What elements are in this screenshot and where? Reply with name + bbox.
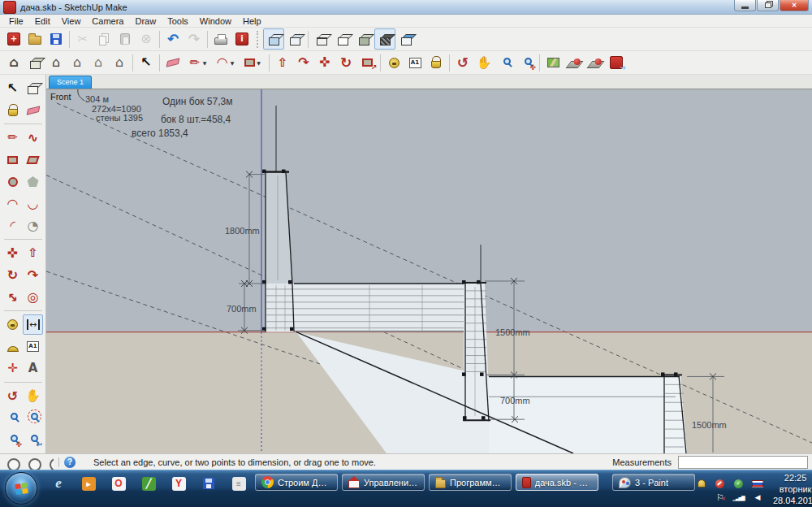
internet-explorer-icon[interactable]: e: [50, 475, 67, 492]
right-view-button[interactable]: ⌂: [67, 52, 88, 73]
dropdown-arrow-icon[interactable]: ▼: [257, 60, 261, 66]
model-info-button[interactable]: i: [231, 28, 253, 50]
green-app-icon[interactable]: ╱: [140, 475, 157, 492]
back-view-button[interactable]: ⌂: [88, 52, 109, 73]
arc-tool[interactable]: ◠: [2, 193, 23, 214]
scale-button[interactable]: ↗: [356, 52, 378, 73]
drawing-canvas[interactable]: Front 304 м272х4=1090стены 1395Один бок …: [46, 89, 812, 453]
front-view-button[interactable]: ⌂: [45, 52, 67, 73]
rectangle-button[interactable]: ▼: [239, 52, 266, 73]
photo-textures-button[interactable]: [585, 52, 606, 73]
follow-me-tool[interactable]: ↷: [23, 265, 43, 285]
print-button[interactable]: [210, 28, 231, 50]
offset-tool[interactable]: ◎: [23, 287, 43, 307]
pan-button[interactable]: ✋: [473, 52, 495, 73]
hidden-line-button[interactable]: [332, 28, 353, 50]
tape-measure-button[interactable]: [383, 52, 404, 73]
menu-file[interactable]: File: [3, 15, 29, 27]
rotate-button[interactable]: ↻: [335, 52, 356, 73]
zoom-tool[interactable]: [2, 408, 23, 428]
measurements-input[interactable]: [678, 456, 808, 469]
undo-button[interactable]: ↶: [162, 28, 184, 50]
rectangle-tool[interactable]: [2, 150, 23, 170]
opera-icon[interactable]: O: [110, 475, 127, 492]
axes-tool[interactable]: ✛: [2, 358, 23, 379]
circle-tool[interactable]: [2, 171, 23, 192]
dimension-tool[interactable]: ↔: [23, 314, 43, 335]
shaded-button[interactable]: [353, 28, 374, 50]
copy-button[interactable]: [93, 28, 114, 50]
taskbar-button-programs[interactable]: Программы и к...: [429, 474, 512, 491]
iso-view-button[interactable]: ⌂: [3, 52, 24, 73]
menu-camera[interactable]: Camera: [86, 15, 129, 27]
rotate-tool[interactable]: ↻: [2, 265, 23, 285]
move-tool[interactable]: ✜: [2, 243, 23, 263]
cut-button[interactable]: ✂: [72, 28, 93, 50]
action-center-flag-icon[interactable]: ⚐✕: [714, 492, 726, 503]
menu-edit[interactable]: Edit: [29, 15, 56, 27]
push-pull-tool[interactable]: ⇧: [23, 243, 43, 263]
polygon-tool[interactable]: [23, 171, 43, 192]
zoom-button[interactable]: [495, 52, 516, 73]
orbit-button[interactable]: ↺: [452, 52, 473, 73]
paint-bucket-button[interactable]: [425, 52, 447, 73]
shaded-textures-button[interactable]: [374, 28, 395, 50]
zoom-extents-button[interactable]: ✜: [516, 52, 537, 73]
line-button[interactable]: ✏▼: [184, 52, 211, 73]
two-point-arc-tool[interactable]: ◡: [23, 193, 43, 214]
menu-view[interactable]: View: [56, 15, 87, 27]
taskbar-clock[interactable]: 22:25 вторник 28.04.2015: [773, 473, 812, 506]
scene-tab[interactable]: Scene 1: [49, 76, 92, 89]
media-player-icon[interactable]: ▸: [80, 475, 97, 492]
scale-tool[interactable]: ↔: [2, 287, 23, 307]
volume-icon[interactable]: ◀: [751, 492, 763, 503]
pie-tool[interactable]: ◔: [23, 215, 43, 236]
open-button[interactable]: [24, 28, 45, 50]
new-button[interactable]: +: [3, 28, 24, 50]
arc-button[interactable]: ◠▼: [211, 52, 239, 73]
help-icon[interactable]: ?: [64, 457, 76, 468]
zoom-extents-tool[interactable]: ✜: [2, 430, 23, 450]
select-tool[interactable]: ↖: [2, 78, 23, 98]
toggle-terrain-button[interactable]: [564, 52, 585, 73]
menu-draw[interactable]: Draw: [129, 15, 162, 27]
taskbar-button-sketchup[interactable]: дача.skb - Sketc...: [516, 474, 598, 491]
dropdown-arrow-icon[interactable]: ▼: [203, 60, 207, 66]
top-view-button[interactable]: [24, 52, 45, 73]
floppy-app-icon[interactable]: [201, 475, 217, 492]
move-button[interactable]: ✜: [314, 52, 335, 73]
eraser-button[interactable]: [162, 52, 184, 73]
three-point-arc-tool[interactable]: ◜: [2, 215, 23, 236]
taskbar-button-paint[interactable]: 3 - Paint: [612, 474, 695, 491]
restore-button[interactable]: [757, 0, 779, 11]
zoom-previous-tool[interactable]: ↩: [23, 430, 43, 450]
freehand-tool[interactable]: ∿: [23, 128, 43, 148]
add-location-button[interactable]: [542, 52, 564, 73]
notes-app-icon[interactable]: ≡: [231, 475, 247, 492]
line-tool[interactable]: ✏: [2, 128, 23, 148]
wireframe-button[interactable]: [311, 28, 332, 50]
monochrome-button[interactable]: [395, 28, 417, 50]
zoom-window-tool[interactable]: [23, 408, 43, 428]
back-edges-button[interactable]: [284, 28, 305, 50]
erase-button[interactable]: ⊗: [136, 28, 157, 50]
position-camera-tool[interactable]: [6, 454, 22, 470]
start-button[interactable]: [5, 472, 37, 505]
pan-tool[interactable]: ✋: [23, 386, 43, 406]
3d-text-tool[interactable]: A: [23, 358, 43, 379]
taskbar-button-explorer-house[interactable]: Управление вло...: [342, 474, 425, 491]
look-around-tool[interactable]: [48, 454, 54, 470]
language-ru-flag-icon[interactable]: [751, 479, 763, 489]
yandex-icon[interactable]: Y: [171, 475, 187, 492]
taskbar-button-chrome[interactable]: Строим Дом - С...: [255, 474, 338, 491]
paint-bucket-tool[interactable]: [2, 100, 23, 120]
select-button[interactable]: ↖: [136, 52, 157, 73]
close-button[interactable]: ✕: [780, 0, 809, 11]
minimize-button[interactable]: [734, 0, 756, 11]
dropdown-arrow-icon[interactable]: ▼: [231, 60, 235, 66]
network-signal-icon[interactable]: ▁▃▅▇: [732, 492, 745, 503]
xray-mode-button[interactable]: [263, 28, 284, 50]
menu-tools[interactable]: Tools: [162, 15, 194, 27]
orbit-tool[interactable]: ↺: [2, 386, 23, 406]
save-button[interactable]: [45, 28, 67, 50]
